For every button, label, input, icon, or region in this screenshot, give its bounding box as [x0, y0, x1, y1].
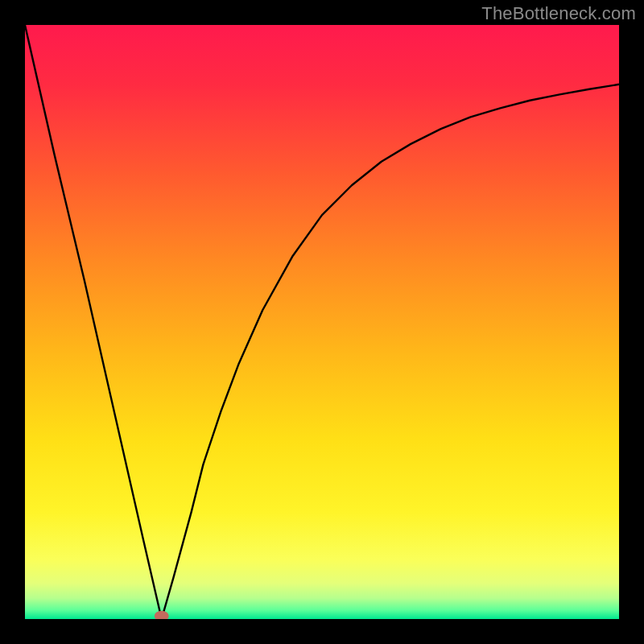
chart-frame: TheBottleneck.com [0, 0, 644, 644]
plot-background [25, 25, 619, 619]
bottleneck-plot [25, 25, 619, 619]
watermark-text: TheBottleneck.com [481, 3, 636, 24]
